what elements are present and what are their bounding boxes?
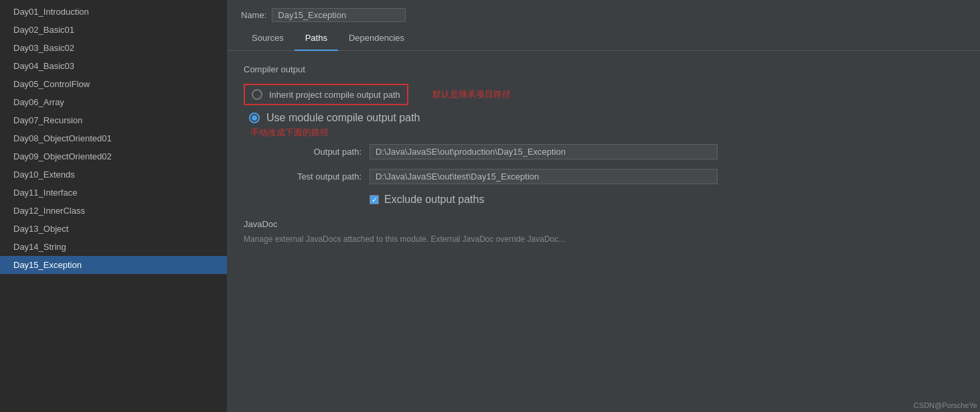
sidebar-item-label: Day02_Basic01 [13,25,74,35]
sidebar-item-day07_recursion[interactable]: Day07_Recursion [0,111,227,129]
sidebar-item-label: Day05_ControlFlow [13,79,90,89]
sidebar-item-label: Day13_Object [13,224,68,234]
sidebar-item-day11_interface[interactable]: Day11_Interface [0,184,227,202]
inherit-annotation: 默认是继承项目路径 [432,88,511,100]
use-module-row: Use module compile output path [249,112,964,124]
javadoc-title: JavaDoc [244,219,964,229]
test-output-path-value[interactable]: D:\Java\JavaSE\out\test\Day15_Exception [370,169,718,184]
inherit-radio-option[interactable]: Inherit project compile output path [244,84,408,105]
main-panel: Name: Day15_Exception SourcesPathsDepend… [228,0,980,412]
sidebar-item-day03_basic02[interactable]: Day03_Basic02 [0,39,227,57]
manual-annotation: 手动改成下面的路径 [244,127,964,139]
tab-sources[interactable]: Sources [241,27,295,51]
test-output-path-row: Test output path: D:\Java\JavaSE\out\tes… [244,169,964,184]
sidebar-item-label: Day09_ObjectOriented02 [13,151,112,161]
inherit-row: Inherit project compile output path 默认是继… [244,84,964,105]
sidebar-item-label: Day07_Recursion [13,115,82,125]
sidebar-item-day12_innerclass[interactable]: Day12_InnerClass [0,202,227,220]
exclude-checkbox-row: ✓ Exclude output paths [244,194,964,206]
compiler-output-title: Compiler output [244,64,964,74]
tab-dependencies[interactable]: Dependencies [338,27,415,51]
inherit-label: Inherit project compile output path [269,90,400,100]
sidebar-item-day05_controlflow[interactable]: Day05_ControlFlow [0,75,227,93]
header-row: Name: Day15_Exception [228,0,980,27]
sidebar-item-day01_introduction[interactable]: Day01_Introduction [0,3,227,21]
sidebar-item-label: Day04_Basic03 [13,61,74,71]
sidebar-item-label: Day06_Array [13,97,64,107]
output-path-row: Output path: D:\Java\JavaSE\out\producti… [244,144,964,159]
sidebar-item-day09_objectoriented02[interactable]: Day09_ObjectOriented02 [0,147,227,165]
sidebar-item-label: Day03_Basic02 [13,43,74,53]
use-module-radio-button[interactable] [249,113,260,123]
sidebar-item-day10_extends[interactable]: Day10_Extends [0,165,227,184]
test-output-path-label: Test output path: [262,171,370,182]
exclude-checkbox[interactable]: ✓ [370,195,379,204]
exclude-label: Exclude output paths [384,194,484,206]
sidebar-item-day06_array[interactable]: Day06_Array [0,93,227,111]
tabs-bar: SourcesPathsDependencies [228,27,980,51]
sidebar-item-label: Day15_Exception [13,260,82,270]
javadoc-desc: Manage external JavaDocs attached to thi… [244,234,964,244]
module-name-value: Day15_Exception [272,8,406,22]
sidebar: Day01_Introduction Day02_Basic01 Day03_B… [0,0,228,412]
use-module-label: Use module compile output path [266,112,420,124]
sidebar-item-day15_exception[interactable]: Day15_Exception [0,256,227,274]
inherit-radio-button[interactable] [252,89,262,100]
output-path-value[interactable]: D:\Java\JavaSE\out\production\Day15_Exce… [370,144,718,159]
sidebar-item-day04_basic03[interactable]: Day04_Basic03 [0,57,227,75]
sidebar-item-label: Day11_Interface [13,188,77,198]
sidebar-item-day02_basic01[interactable]: Day02_Basic01 [0,21,227,39]
content-area: Compiler output Inherit project compile … [228,51,980,412]
sidebar-item-label: Day12_InnerClass [13,206,85,216]
sidebar-item-label: Day10_Extends [13,169,75,180]
name-label: Name: [241,10,266,20]
sidebar-item-label: Day08_ObjectOriented01 [13,133,112,143]
sidebar-item-label: Day01_Introduction [13,7,89,17]
checkbox-checkmark: ✓ [372,196,378,204]
sidebar-item-day14_string[interactable]: Day14_String [0,238,227,256]
output-path-label: Output path: [262,147,370,157]
sidebar-item-day13_object[interactable]: Day13_Object [0,220,227,238]
sidebar-item-label: Day14_String [13,242,66,252]
tab-paths[interactable]: Paths [295,27,338,51]
sidebar-item-day08_objectoriented01[interactable]: Day08_ObjectOriented01 [0,129,227,147]
